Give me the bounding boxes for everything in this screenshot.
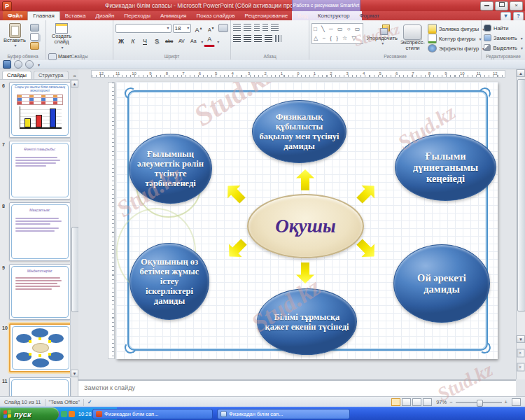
taskbar-item-document[interactable]: Физикадан білім сап... [217, 409, 350, 419]
character-spacing-button[interactable]: AV [176, 36, 187, 46]
select-button[interactable]: Выделить▾ [484, 43, 523, 52]
fit-to-window-button[interactable] [512, 398, 521, 406]
smartart-ellipse-top-left[interactable]: Ғылымның әлеуметтік рөлін түсінуге тәрби… [129, 134, 212, 204]
title-bar[interactable]: P Физикадан білім сапасы - Microsoft Pow… [0, 0, 525, 12]
arrow-down-icon[interactable] [296, 262, 314, 284]
horizontal-ruler[interactable]: 1211109876543210123456789101112 [91, 70, 505, 78]
bold-button[interactable]: Ж [115, 36, 127, 46]
save-icon[interactable] [3, 60, 11, 69]
panel-close-icon[interactable]: × [73, 73, 76, 79]
undo-icon[interactable] [14, 60, 22, 69]
normal-view-button[interactable] [391, 398, 400, 406]
font-size-combo[interactable]: 18▾ [173, 24, 192, 33]
find-button[interactable]: Найти [484, 23, 523, 33]
italic-button[interactable]: К [127, 36, 139, 46]
minimize-button[interactable] [480, 1, 493, 10]
next-slide-icon[interactable]: » [517, 363, 525, 372]
columns-icon[interactable] [275, 35, 281, 42]
reading-view-button[interactable] [412, 398, 421, 406]
tab-animation[interactable]: Анимация [155, 11, 192, 20]
tab-slideshow[interactable]: Показ слайдов [191, 11, 239, 20]
arrow-up-left-icon[interactable] [221, 179, 249, 207]
arrow-up-icon[interactable] [296, 169, 314, 190]
font-color-button[interactable]: А [204, 36, 215, 47]
start-button[interactable]: пуск [0, 407, 59, 420]
smartart-ellipse-top-right[interactable]: Ғылыми дүниетанымы кеңейеді [395, 134, 496, 201]
bullets-icon[interactable] [233, 24, 241, 31]
panel-scroll-up-icon[interactable]: ▲ [71, 80, 78, 88]
change-case-button[interactable]: Aa [188, 36, 199, 46]
zoom-slider-thumb[interactable] [477, 400, 483, 407]
slide-sorter-view-button[interactable] [402, 398, 411, 406]
zoom-slider[interactable] [456, 402, 502, 403]
scroll-down-icon[interactable]: ▼ [517, 335, 525, 343]
line-spacing-icon[interactable] [271, 24, 279, 31]
tab-home[interactable]: Главная [27, 11, 59, 20]
grow-font-button[interactable]: A▲ [192, 23, 204, 33]
panel-scrollbar[interactable]: ▲ ▼ [70, 80, 78, 377]
smartart-ellipse-bottom-left[interactable]: Оқушының өз бетімен жұмыс істеу іскерлік… [130, 243, 209, 320]
font-name-combo[interactable]: ▾ [115, 24, 172, 33]
slide-thumbnail-10-current[interactable] [9, 323, 72, 372]
tab-file[interactable]: Файл [3, 11, 27, 20]
slide-canvas[interactable]: Stud.kz Stud.kz Stud.kz Stud.kz Физикалы… [116, 82, 498, 359]
arrow-up-right-icon[interactable] [353, 179, 381, 207]
smartart-ellipse-top[interactable]: Физикалық құбылысты бақылау мен түсінуі … [252, 100, 346, 163]
scroll-up-icon[interactable]: ▲ [517, 69, 525, 77]
tab-view[interactable]: Вид [293, 11, 312, 20]
panel-tab-outline[interactable]: Структура [34, 71, 69, 79]
smartart-ellipse-bottom[interactable]: Білімі тұрмысқа қажет екенін түсінеді [257, 288, 357, 355]
spellcheck-icon[interactable]: ✓ [88, 399, 92, 405]
justify-icon[interactable] [265, 35, 272, 42]
align-left-icon[interactable] [233, 35, 241, 42]
vertical-ruler[interactable] [108, 82, 115, 359]
text-shadow-button[interactable]: S [151, 36, 162, 46]
tray-icon[interactable] [61, 411, 67, 417]
format-painter-icon[interactable] [30, 42, 39, 50]
slide-thumbnail-8[interactable]: Мақсатым: [9, 202, 71, 261]
slide-thumbnail-7[interactable]: Өзекті тақырыбы: [9, 141, 71, 200]
numbering-icon[interactable] [244, 24, 251, 31]
strikethrough-button[interactable]: abc [163, 36, 175, 46]
copy-icon[interactable] [30, 33, 39, 41]
align-center-icon[interactable] [244, 35, 251, 42]
scroll-thumb[interactable] [517, 79, 525, 312]
redo-icon[interactable] [25, 60, 34, 69]
smartart-center-ellipse[interactable]: Оқушы [247, 194, 364, 258]
shrink-font-button[interactable]: A▼ [206, 23, 217, 33]
paste-button[interactable]: Вставить▾ [2, 22, 27, 48]
qat-caret-icon[interactable]: ▾ [38, 62, 40, 67]
notes-pane[interactable]: Заметки к слайду Stud.kz [78, 379, 516, 396]
restore-button[interactable] [495, 1, 508, 10]
powerpoint-app-icon[interactable]: P [2, 1, 12, 11]
slide-thumbnail-6[interactable]: Соңғы үш жылғы білім сапасының мониторин… [9, 82, 71, 138]
tab-smartart-format[interactable]: Формат [354, 11, 384, 20]
zoom-out-button[interactable]: − [449, 399, 452, 405]
shape-outline-button[interactable]: Контур фигуры▾ [428, 34, 484, 43]
panel-tab-slides[interactable]: Слайды [2, 71, 31, 79]
main-vertical-scrollbar[interactable]: ▲ ▼ « » [516, 69, 525, 379]
shape-effects-button[interactable]: Эффекты фигур▾ [428, 43, 484, 53]
cut-icon[interactable] [30, 24, 39, 31]
zoom-in-button[interactable]: + [505, 399, 507, 405]
tab-insert[interactable]: Вставка [60, 11, 91, 20]
tab-review[interactable]: Рецензирование [240, 11, 293, 20]
shapes-gallery[interactable]: □ ╲ ─ ▭ ○ ▭ △ ~ { } ☆ ▽ [312, 23, 363, 44]
increase-indent-icon[interactable] [262, 24, 268, 31]
slide-thumbnail-9[interactable]: Міндеттерім: [9, 264, 71, 320]
tab-smartart-design[interactable]: Конструктор [313, 11, 355, 20]
replace-button[interactable]: Заменить▾ [484, 33, 523, 43]
slideshow-view-button[interactable] [423, 398, 432, 406]
new-slide-button[interactable]: Создать слайд▾ [48, 22, 75, 50]
panel-scroll-down-icon[interactable]: ▼ [71, 370, 78, 377]
previous-slide-icon[interactable]: « [517, 349, 525, 358]
tray-icon[interactable] [69, 411, 75, 417]
quick-styles-button[interactable]: Экспресс-стили [400, 23, 425, 52]
clear-formatting-icon[interactable] [218, 24, 228, 32]
arrange-button[interactable]: Упорядочить▾ [366, 23, 398, 46]
close-button[interactable]: × [510, 1, 523, 10]
tab-design[interactable]: Дизайн [90, 11, 119, 20]
shape-fill-button[interactable]: Заливка фигуры▾ [428, 24, 484, 34]
smartart-ellipse-bottom-right[interactable]: Ой әрекеті дамиды [393, 244, 490, 323]
underline-button[interactable]: Ч [139, 36, 150, 46]
